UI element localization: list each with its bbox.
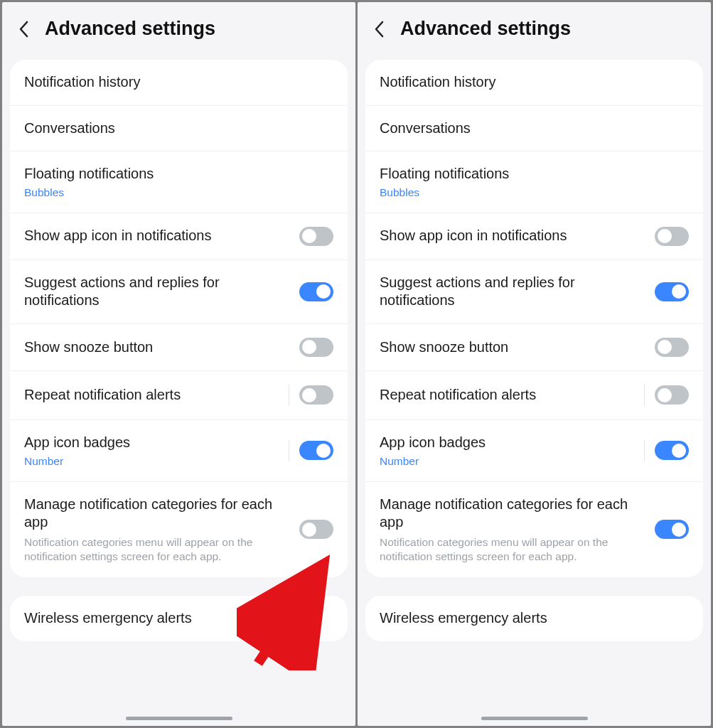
row-show-snooze[interactable]: Show snooze button (365, 324, 703, 371)
sublabel: Bubbles (380, 186, 689, 199)
panel-right: Advanced settings Notification history C… (358, 2, 711, 726)
row-conversations[interactable]: Conversations (10, 106, 348, 152)
toggle-repeat-alerts[interactable] (299, 385, 333, 405)
row-floating-notifications[interactable]: Floating notifications Bubbles (365, 151, 703, 213)
row-repeat-alerts[interactable]: Repeat notification alerts (10, 371, 348, 420)
description: Notification categories menu will appear… (380, 535, 645, 564)
label: Show snooze button (24, 338, 289, 357)
separator (644, 385, 645, 406)
label: Show snooze button (380, 338, 645, 357)
home-indicator[interactable] (481, 717, 588, 720)
label: Conversations (380, 119, 689, 138)
home-indicator[interactable] (126, 717, 232, 720)
label: Show app icon in notifications (24, 227, 289, 245)
toggle-manage-categories[interactable] (299, 520, 333, 539)
label: Suggest actions and replies for notifica… (380, 274, 645, 310)
label: Wireless emergency alerts (380, 609, 689, 628)
row-manage-categories[interactable]: Manage notification categories for each … (10, 482, 348, 577)
label: Notification history (24, 73, 333, 92)
row-app-icon-badges[interactable]: App icon badges Number (365, 420, 703, 482)
separator (289, 385, 289, 406)
back-icon[interactable] (18, 20, 31, 38)
label: Floating notifications (24, 165, 333, 183)
panel-left: Advanced settings Notification history C… (2, 2, 355, 726)
sublabel: Bubbles (24, 186, 333, 199)
row-manage-categories[interactable]: Manage notification categories for each … (365, 482, 703, 577)
toggle-repeat-alerts[interactable] (655, 385, 689, 405)
toggle-suggest-actions[interactable] (655, 282, 689, 301)
settings-card-main: Notification history Conversations Float… (10, 60, 348, 577)
row-suggest-actions[interactable]: Suggest actions and replies for notifica… (10, 260, 348, 324)
label: Conversations (24, 119, 333, 138)
row-show-snooze[interactable]: Show snooze button (10, 324, 348, 371)
back-icon[interactable] (373, 20, 386, 38)
label: App icon badges (24, 434, 282, 452)
separator (289, 440, 289, 461)
row-repeat-alerts[interactable]: Repeat notification alerts (365, 371, 703, 420)
header: Advanced settings (358, 2, 711, 60)
toggle-show-snooze[interactable] (299, 338, 333, 357)
label: Manage notification categories for each … (380, 496, 645, 532)
label: Wireless emergency alerts (24, 609, 333, 628)
row-conversations[interactable]: Conversations (365, 106, 703, 152)
label: Repeat notification alerts (380, 386, 637, 405)
label: Repeat notification alerts (24, 386, 282, 405)
separator (644, 440, 645, 461)
row-notification-history[interactable]: Notification history (10, 60, 348, 106)
page-title: Advanced settings (45, 18, 215, 40)
settings-card-emergency: Wireless emergency alerts (10, 596, 348, 641)
toggle-app-icon-badges[interactable] (299, 441, 333, 460)
toggle-app-icon-badges[interactable] (655, 441, 689, 460)
toggle-show-app-icon[interactable] (299, 227, 333, 246)
sublabel: Number (24, 455, 282, 468)
label: Floating notifications (380, 165, 689, 183)
label: Suggest actions and replies for notifica… (24, 274, 289, 310)
label: Notification history (380, 73, 689, 92)
row-wireless-emergency-alerts[interactable]: Wireless emergency alerts (10, 596, 348, 641)
row-show-app-icon[interactable]: Show app icon in notifications (10, 213, 348, 260)
label: Show app icon in notifications (380, 227, 645, 245)
header: Advanced settings (2, 2, 355, 60)
toggle-manage-categories[interactable] (655, 520, 689, 539)
row-wireless-emergency-alerts[interactable]: Wireless emergency alerts (365, 596, 703, 641)
label: Manage notification categories for each … (24, 496, 289, 532)
sublabel: Number (380, 455, 637, 468)
label: App icon badges (380, 434, 637, 452)
row-notification-history[interactable]: Notification history (365, 60, 703, 106)
row-show-app-icon[interactable]: Show app icon in notifications (365, 213, 703, 260)
toggle-show-snooze[interactable] (655, 338, 689, 357)
row-app-icon-badges[interactable]: App icon badges Number (10, 420, 348, 482)
toggle-show-app-icon[interactable] (655, 227, 689, 246)
settings-card-emergency: Wireless emergency alerts (365, 596, 703, 641)
settings-card-main: Notification history Conversations Float… (365, 60, 703, 577)
row-suggest-actions[interactable]: Suggest actions and replies for notifica… (365, 260, 703, 324)
toggle-suggest-actions[interactable] (299, 282, 333, 301)
page-title: Advanced settings (400, 18, 571, 40)
row-floating-notifications[interactable]: Floating notifications Bubbles (10, 151, 348, 213)
description: Notification categories menu will appear… (24, 535, 289, 564)
